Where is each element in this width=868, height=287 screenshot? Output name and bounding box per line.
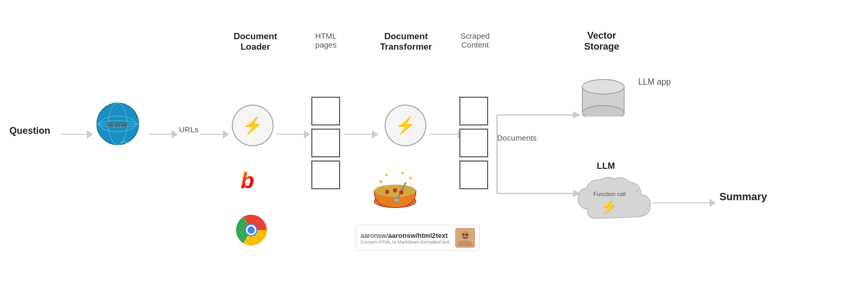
globe-icon: WWW ☞ bbox=[92, 97, 144, 156]
svg-text:⚡: ⚡ bbox=[600, 198, 618, 215]
svg-point-10 bbox=[247, 226, 255, 234]
document-loader-icon: ⚡ bbox=[232, 105, 274, 146]
svg-point-18 bbox=[393, 198, 400, 202]
svg-text:Function call: Function call bbox=[593, 191, 626, 197]
svg-text:✦: ✦ bbox=[378, 178, 384, 186]
question-label: Question bbox=[9, 125, 50, 136]
arrow-htmlpages-transformer bbox=[344, 130, 378, 139]
html2text-badge: aaronsw/aaronsw/html2text Convert HTML t… bbox=[356, 225, 480, 251]
scraped-box-2 bbox=[459, 129, 488, 157]
document-loader-label: Document Loader bbox=[227, 31, 284, 52]
document-transformer-icon: ⚡ bbox=[385, 105, 426, 146]
urls-label: URLs bbox=[179, 125, 199, 134]
html2text-avatar bbox=[455, 228, 475, 248]
arrow-llm-summary bbox=[653, 199, 716, 207]
svg-point-25 bbox=[466, 234, 468, 236]
arrow-question-globe bbox=[62, 130, 93, 139]
svg-text:✦: ✦ bbox=[408, 175, 413, 181]
svg-point-20 bbox=[393, 188, 397, 192]
vector-storage-label: Vector Storage bbox=[576, 30, 628, 52]
svg-point-19 bbox=[385, 190, 389, 194]
svg-text:✦: ✦ bbox=[400, 170, 404, 176]
document-transformer-label: Document Transformer bbox=[369, 31, 443, 52]
scraped-box-3 bbox=[459, 160, 488, 189]
svg-point-31 bbox=[582, 79, 624, 94]
html2text-text: aaronsw/aaronsw/html2text Convert HTML t… bbox=[360, 232, 451, 245]
beautifulsoup-icon: ✦ ✦ ✦ ✦ bbox=[369, 162, 421, 216]
html-page-box-1 bbox=[311, 97, 340, 125]
llm-app-label: LLM app bbox=[638, 77, 671, 87]
diagram: Question WWW ☞ URLs bbox=[0, 0, 868, 287]
bing-logo: b bbox=[241, 170, 254, 192]
scraped-box-1 bbox=[459, 97, 488, 125]
summary-label: Summary bbox=[719, 191, 767, 203]
arrow-urls-loader bbox=[200, 130, 229, 139]
llm-cloud: Function call ⚡ bbox=[568, 173, 651, 232]
vector-storage-cylinder bbox=[580, 77, 627, 119]
arrow-loader-htmlpages bbox=[276, 130, 310, 139]
svg-text:✦: ✦ bbox=[385, 173, 389, 178]
arrow-globe-urls bbox=[149, 130, 178, 139]
svg-point-21 bbox=[399, 190, 403, 194]
svg-text:☞: ☞ bbox=[120, 137, 131, 151]
llm-label: LLM bbox=[582, 161, 629, 171]
html-pages-boxes bbox=[311, 97, 340, 189]
html-pages-label: HTML pages bbox=[308, 31, 344, 49]
scraped-content-boxes bbox=[459, 97, 488, 189]
html-page-box-3 bbox=[311, 160, 340, 189]
svg-point-24 bbox=[463, 234, 465, 236]
chrome-logo bbox=[235, 214, 267, 248]
html-page-box-2 bbox=[311, 129, 340, 157]
svg-text:WWW: WWW bbox=[107, 121, 128, 129]
scraped-content-label: Scraped Content bbox=[454, 31, 496, 49]
